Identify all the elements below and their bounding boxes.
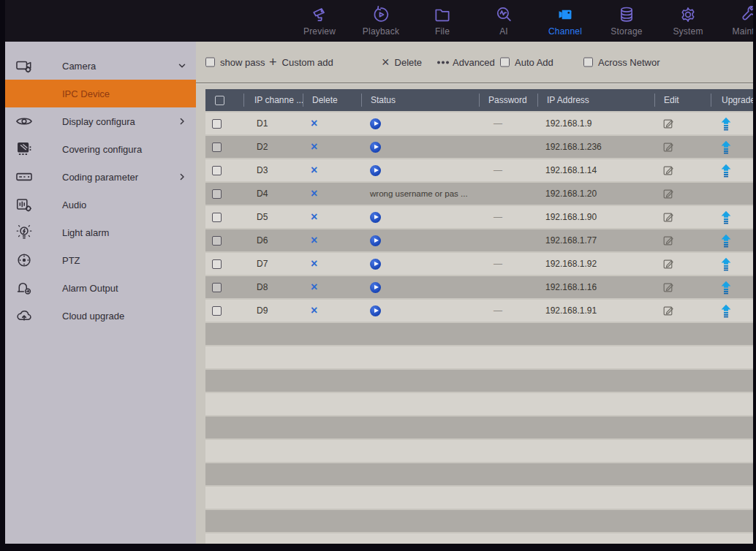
delete-channel-button[interactable]: × — [311, 188, 317, 200]
edit-button[interactable] — [662, 258, 674, 270]
delete-channel-button[interactable]: × — [311, 258, 317, 270]
across-network-label: Across Networ — [598, 57, 660, 68]
sidebar-item-audio[interactable]: Audio — [5, 191, 196, 218]
select-cell — [205, 159, 243, 181]
nav-item-label: Storage — [611, 26, 642, 37]
show-pass-checkbox[interactable] — [205, 58, 215, 67]
nav-item-playback[interactable]: Playback — [350, 0, 412, 42]
row-checkbox[interactable] — [212, 306, 222, 316]
custom-add-button[interactable]: + Custom add — [269, 56, 333, 69]
column-header-delete: Delete — [303, 89, 361, 111]
delete-channel-button[interactable]: × — [311, 118, 317, 129]
column-header-password: Password — [479, 89, 537, 111]
sidebar-item-display-configuration[interactable]: Display configura — [5, 107, 196, 135]
row-checkbox[interactable] — [212, 119, 222, 129]
status-play-icon[interactable] — [370, 165, 381, 176]
status-play-icon[interactable] — [370, 142, 381, 153]
delete-channel-button[interactable]: × — [311, 141, 317, 153]
upgrade-button[interactable] — [720, 210, 732, 224]
sidebar-item-cloud-upgrade[interactable]: Cloud upgrade — [5, 302, 196, 330]
row-checkbox[interactable] — [212, 236, 222, 246]
delete-button[interactable]: × Delete — [382, 56, 422, 69]
nav-item-label: System — [673, 26, 703, 37]
nav-item-maintain[interactable]: Maintain — [719, 0, 753, 42]
table-row: D8×192.168.1.16 — [205, 276, 753, 298]
advanced-button[interactable]: Advanced — [437, 57, 495, 68]
nav-item-file[interactable]: File — [412, 0, 473, 42]
edit-button[interactable] — [662, 281, 674, 293]
auto-add-checkbox[interactable] — [500, 58, 510, 67]
sidebar-item-light-alarm[interactable]: Light alarm — [5, 218, 196, 246]
edit-button[interactable] — [662, 141, 674, 153]
edit-button[interactable] — [662, 305, 674, 316]
across-network-toggle[interactable]: Across Networ — [583, 57, 660, 68]
edit-button[interactable] — [662, 211, 674, 223]
empty-row — [205, 440, 753, 462]
status-play-icon[interactable] — [370, 235, 381, 246]
edit-button[interactable] — [662, 118, 674, 129]
show-pass-toggle[interactable]: show pass — [205, 57, 265, 68]
select-cell — [205, 136, 243, 158]
edit-button[interactable] — [662, 235, 674, 246]
sidebar-item-covering-configuration[interactable]: Covering configura — [5, 135, 196, 163]
channel-icon — [556, 4, 575, 24]
upgrade-cell — [711, 300, 753, 322]
channel-cell: D8 — [243, 276, 303, 298]
nav-item-system[interactable]: System — [657, 0, 719, 42]
row-checkbox[interactable] — [212, 283, 222, 292]
auto-add-toggle[interactable]: Auto Add — [500, 57, 553, 68]
empty-row — [205, 370, 753, 392]
delete-channel-button[interactable]: × — [311, 305, 317, 316]
delete-channel-button[interactable]: × — [311, 164, 317, 176]
upgrade-button[interactable] — [720, 257, 732, 271]
playback-icon — [371, 4, 390, 24]
row-checkbox[interactable] — [212, 166, 222, 175]
nav-item-preview[interactable]: Preview — [289, 0, 350, 42]
status-play-icon[interactable] — [370, 212, 381, 223]
table-row: D6×192.168.1.77 — [205, 229, 753, 251]
nav-item-ai[interactable]: AI — [473, 0, 534, 42]
edit-button[interactable] — [662, 188, 674, 200]
table-row: D5×—192.168.1.90 — [205, 206, 753, 228]
row-checkbox[interactable] — [212, 189, 222, 199]
status-play-icon[interactable] — [370, 259, 381, 270]
channel-cell: D2 — [243, 136, 303, 158]
row-checkbox[interactable] — [212, 259, 222, 269]
plus-icon: + — [269, 56, 277, 69]
sidebar-item-label: Alarm Output — [62, 283, 118, 294]
sidebar-item-label: Camera — [62, 61, 96, 72]
edit-button[interactable] — [662, 164, 674, 176]
row-checkbox[interactable] — [212, 213, 222, 222]
sidebar-item-alarm-output[interactable]: Alarm Output — [5, 274, 196, 302]
delete-label: Delete — [395, 57, 423, 68]
upgrade-button[interactable] — [720, 281, 732, 294]
delete-channel-button[interactable]: × — [311, 235, 317, 246]
delete-channel-button[interactable]: × — [311, 211, 317, 223]
upgrade-button[interactable] — [720, 117, 732, 131]
sidebar-item-ipc-device[interactable]: IPC Device — [5, 80, 196, 107]
nav-item-storage[interactable]: Storage — [596, 0, 657, 42]
nvr-screen-photo: { "colors":{ "nav_bg":"#16131b","nav_ico… — [0, 0, 756, 551]
status-play-icon[interactable] — [370, 282, 381, 293]
delete-channel-button[interactable]: × — [311, 281, 317, 293]
upgrade-button[interactable] — [720, 140, 732, 154]
upgrade-button[interactable] — [720, 304, 732, 318]
select-all-checkbox[interactable] — [215, 96, 224, 105]
upgrade-cell — [711, 113, 753, 134]
status-cell — [361, 206, 479, 228]
sidebar-item-ptz[interactable]: PTZ — [5, 246, 196, 274]
upgrade-button[interactable] — [720, 164, 732, 178]
password-cell — [479, 136, 537, 158]
sidebar-item-camera[interactable]: Camera — [5, 52, 196, 80]
status-play-icon[interactable] — [370, 305, 381, 316]
nav-item-channel[interactable]: Channel — [534, 0, 596, 42]
status-play-icon[interactable] — [370, 118, 381, 129]
upgrade-button[interactable] — [720, 234, 732, 248]
audio-icon — [15, 195, 34, 214]
row-checkbox[interactable] — [212, 142, 222, 152]
column-header-status: Status — [361, 89, 479, 111]
sidebar-item-label: Covering configura — [62, 144, 142, 155]
table-row: D7×—192.168.1.92 — [205, 253, 753, 275]
across-network-checkbox[interactable] — [583, 58, 593, 67]
sidebar-item-coding-parameter[interactable]: Coding parameter — [5, 163, 196, 191]
